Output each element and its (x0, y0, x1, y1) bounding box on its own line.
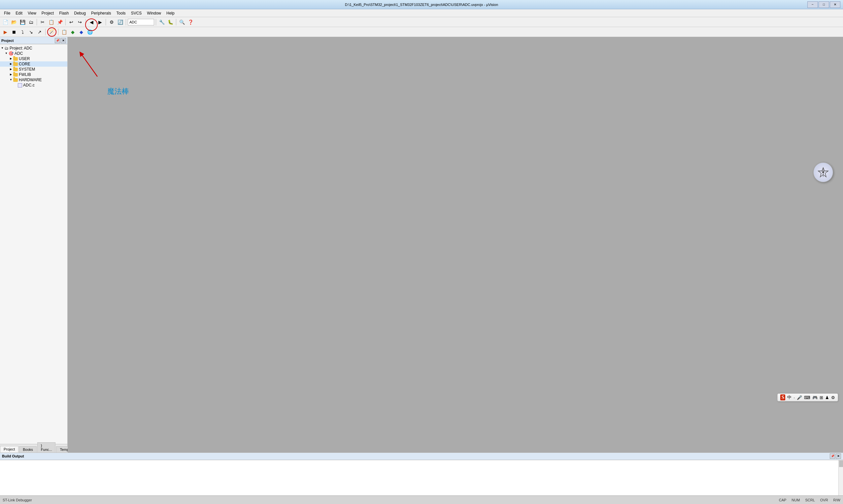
tree-item-core[interactable]: ▶ CORE (0, 61, 67, 67)
tree-item-system[interactable]: ▶ SYSTEM (0, 67, 67, 72)
open-button[interactable]: 📂 (10, 18, 18, 26)
help-btn[interactable]: ❓ (186, 18, 194, 26)
overlay-icon-svg (817, 166, 829, 178)
menu-view[interactable]: View (25, 10, 39, 16)
separator1 (37, 19, 37, 25)
minimize-button[interactable]: − (807, 1, 818, 8)
status-debugger: ST-Link Debugger (3, 498, 32, 502)
ime-s-logo: S (780, 394, 785, 400)
stop-btn[interactable]: ⏹ (10, 28, 18, 36)
debug-btn[interactable]: 🐛 (166, 18, 174, 26)
status-num: NUM (791, 498, 800, 502)
project-options-btn[interactable]: 📋 (60, 28, 68, 36)
separator7 (176, 19, 176, 25)
build-close-button[interactable]: ✕ (836, 453, 841, 459)
build-output-header: Build Output 📌 ✕ (0, 453, 843, 460)
menu-debug[interactable]: Debug (72, 10, 88, 16)
svg-point-5 (822, 171, 824, 173)
tab-functions[interactable]: } Func... (37, 442, 56, 452)
expand-core[interactable]: ▶ (9, 62, 13, 66)
build-pin-button[interactable]: 📌 (830, 453, 835, 459)
ime-punctuation[interactable]: · (793, 395, 795, 400)
ime-lang-toggle[interactable]: 中 (787, 394, 791, 400)
step-over-btn[interactable]: ⤵ (18, 28, 26, 36)
options-btn[interactable]: 🔧 (158, 18, 166, 26)
separator2 (65, 19, 66, 25)
status-scrl: SCRL (805, 498, 814, 502)
menu-window[interactable]: Window (144, 10, 164, 16)
rebuild-btn[interactable]: 🔄 (116, 18, 124, 26)
find-btn[interactable]: 🔍 (178, 18, 186, 26)
separator6 (156, 19, 156, 25)
ime-game-icon[interactable]: 🎮 (812, 395, 818, 400)
forward-button[interactable]: ▶ (96, 18, 104, 26)
ime-settings-icon[interactable]: ⚙ (831, 395, 835, 400)
step-out-btn[interactable]: ↗ (36, 28, 43, 36)
back-button[interactable]: ◀ (88, 18, 95, 26)
copy-button[interactable]: 📋 (47, 18, 55, 26)
pin-button[interactable]: 📌 (55, 38, 60, 43)
close-panel-button[interactable]: ✕ (61, 38, 66, 43)
menu-svcs[interactable]: SVCS (128, 10, 145, 16)
ime-extra-icon[interactable]: ♟ (825, 395, 829, 400)
menu-file[interactable]: File (1, 10, 13, 16)
menu-project[interactable]: Project (39, 10, 56, 16)
ime-grid-icon[interactable]: ⊞ (820, 395, 823, 400)
expand-hardware[interactable]: ▼ (9, 78, 13, 82)
undo-button[interactable]: ↩ (67, 18, 75, 26)
tree-item-hardware[interactable]: ▼ HARDWARE (0, 77, 67, 83)
expand-project[interactable]: ▼ (1, 47, 4, 50)
paste-button[interactable]: 📌 (56, 18, 64, 26)
menu-flash[interactable]: Flash (56, 10, 71, 16)
separator5 (126, 19, 126, 25)
ime-toolbar[interactable]: S 中 · 🎤 ⌨ 🎮 ⊞ ♟ ⚙ (777, 393, 838, 401)
target-input[interactable] (128, 19, 154, 25)
build-btn[interactable]: ⚙ (108, 18, 115, 26)
status-right: CAP NUM SCRL OVR R/W (779, 498, 840, 502)
tree-item-project[interactable]: ▼ 🗂 Project: ADC (0, 46, 67, 51)
step-in-btn[interactable]: ↘ (27, 28, 35, 36)
expand-system[interactable]: ▶ (9, 68, 13, 71)
tree-item-adc-c[interactable]: ADC.c (0, 83, 67, 88)
adc-label: ADC (15, 51, 23, 56)
expand-fwlib[interactable]: ▶ (9, 73, 13, 76)
fwlib-label: FWLIB (19, 72, 31, 77)
project-panel: Project 📌 ✕ ▼ 🗂 Project: ADC ▼ 🎯 ADC ▶ (0, 37, 68, 452)
tab-books[interactable]: Books (19, 446, 37, 452)
menu-edit[interactable]: Edit (13, 10, 25, 16)
status-ovr: OVR (820, 498, 828, 502)
expand-adc-c (14, 84, 17, 87)
sidebar-header-controls: 📌 ✕ (55, 38, 66, 43)
component-btn[interactable]: ◆ (77, 28, 85, 36)
save-button[interactable]: 💾 (18, 18, 26, 26)
save-all-button[interactable]: 🗂 (27, 18, 35, 26)
cut-button[interactable]: ✂ (39, 18, 47, 26)
ime-keyboard-icon[interactable]: ⌨ (804, 395, 810, 400)
scroll-thumb[interactable] (839, 461, 843, 467)
title-text: D:\1_Keil5_Pro\STM32_project\1_STM32F103… (345, 3, 498, 6)
status-rw: R/W (833, 498, 840, 502)
separator8 (45, 29, 46, 35)
close-button[interactable]: ✕ (830, 1, 840, 8)
expand-user[interactable]: ▶ (9, 57, 13, 60)
maximize-button[interactable]: □ (819, 1, 829, 8)
menu-peripherals[interactable]: Peripherals (88, 10, 114, 16)
redo-button[interactable]: ↪ (76, 18, 84, 26)
annotation-text: 魔法棒 (107, 87, 129, 96)
menu-help[interactable]: Help (164, 10, 177, 16)
tree-item-user[interactable]: ▶ USER (0, 56, 67, 61)
expand-adc[interactable]: ▼ (5, 52, 8, 55)
menu-tools[interactable]: Tools (114, 10, 128, 16)
pack-installer-btn[interactable]: 🌐 (86, 28, 94, 36)
overlay-icon (813, 162, 833, 182)
ime-voice-icon[interactable]: 🎤 (797, 395, 802, 400)
target-options-btn[interactable]: ◆ (69, 28, 76, 36)
tree-item-adc[interactable]: ▼ 🎯 ADC (0, 51, 67, 56)
tree-item-fwlib[interactable]: ▶ FWLIB (0, 72, 67, 77)
build-output-controls: 📌 ✕ (830, 453, 841, 459)
tab-project[interactable]: Project (0, 446, 18, 452)
run-btn[interactable]: ▶ (1, 28, 9, 36)
new-file-button[interactable]: 📄 (1, 18, 9, 26)
magic-wand-button[interactable]: 🪄 (47, 28, 56, 37)
build-scrollbar[interactable] (838, 460, 843, 496)
